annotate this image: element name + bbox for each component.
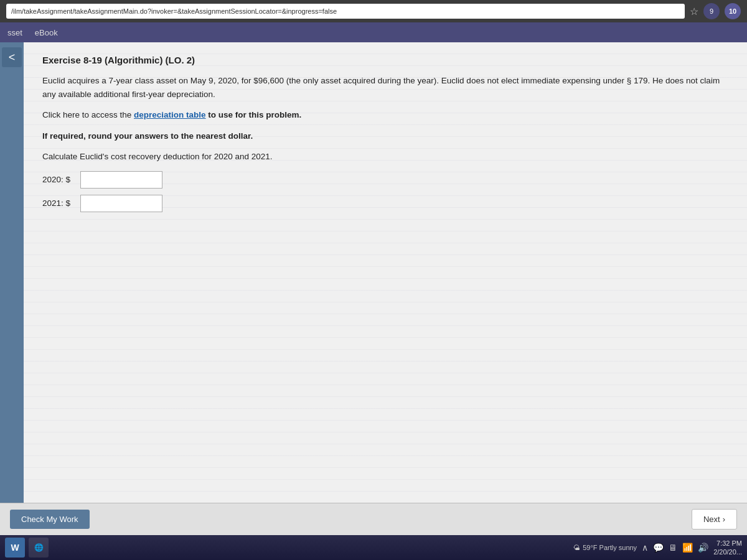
year2021-row: 2021: $ xyxy=(42,195,728,212)
taskbar-clock: 7:32 PM 2/20/20... xyxy=(713,539,742,557)
weather-text: 59°F Partly sunny xyxy=(583,544,637,551)
weather-icon: 🌤 xyxy=(573,544,580,551)
next-button[interactable]: Next › xyxy=(692,509,737,530)
taskbar-app[interactable]: 🌐 xyxy=(29,538,49,558)
problem-paragraph4: Calculate Euclid's cost recovery deducti… xyxy=(42,150,728,164)
main-layout: < Exercise 8-19 (Algorithmic) (LO. 2) Eu… xyxy=(0,42,747,535)
taskbar-network-icon: 📶 xyxy=(682,543,693,553)
star-icon[interactable]: ☆ xyxy=(690,6,698,17)
problem-paragraph1: Euclid acquires a 7-year class asset on … xyxy=(42,74,728,101)
taskbar-right: 🌤 59°F Partly sunny ∧ 💬 🖥 📶 🔊 7:32 PM 2/… xyxy=(573,539,742,557)
year2020-label: 2020: $ xyxy=(42,175,77,184)
nav-bar: sset eBook xyxy=(0,22,747,42)
year2021-input-wrapper xyxy=(80,195,162,212)
check-my-work-button[interactable]: Check My Work xyxy=(10,510,90,529)
year2021-label: 2021: $ xyxy=(42,198,77,208)
sidebar: < xyxy=(0,42,24,535)
taskbar-comment-icon: 💬 xyxy=(653,543,664,553)
browser-icons: ☆ 9 10 xyxy=(690,3,741,19)
depreciation-table-link[interactable]: depreciation table xyxy=(134,110,206,119)
next-icon: › xyxy=(723,515,725,524)
browser-badge: 9 xyxy=(703,3,720,19)
year2021-input[interactable] xyxy=(81,195,162,212)
paragraph2-suffix: to use for this problem. xyxy=(206,110,302,119)
taskbar-chevron-up-icon[interactable]: ∧ xyxy=(642,543,648,553)
footer-bar: Check My Work Next › xyxy=(0,503,747,535)
next-label: Next xyxy=(703,515,720,524)
address-bar[interactable]: /ilm/takeAssignment/takeAssignmentMain.d… xyxy=(6,4,685,19)
url-text: /ilm/takeAssignment/takeAssignmentMain.d… xyxy=(11,7,337,15)
problem-paragraph2: Click here to access the depreciation ta… xyxy=(42,108,728,122)
year2020-input-wrapper xyxy=(80,171,162,189)
browser-bar: /ilm/takeAssignment/takeAssignmentMain.d… xyxy=(0,0,747,22)
problem-paragraph3: If required, round your answers to the n… xyxy=(42,129,728,143)
taskbar: W 🌐 🌤 59°F Partly sunny ∧ 💬 🖥 📶 🔊 7:32 P… xyxy=(0,535,747,560)
browser-avatar: 10 xyxy=(725,3,741,19)
back-button[interactable]: < xyxy=(2,47,22,67)
year2020-row: 2020: $ xyxy=(42,171,728,189)
content-inner: Exercise 8-19 (Algorithmic) (LO. 2) Eucl… xyxy=(24,42,747,231)
nav-item-sset[interactable]: sset xyxy=(7,28,22,37)
nav-item-ebook[interactable]: eBook xyxy=(35,28,58,37)
taskbar-volume-icon[interactable]: 🔊 xyxy=(698,543,708,553)
start-button[interactable]: W xyxy=(5,538,25,558)
taskbar-weather: 🌤 59°F Partly sunny xyxy=(573,544,637,551)
taskbar-screen-icon: 🖥 xyxy=(669,543,677,553)
year2020-input[interactable] xyxy=(81,172,162,188)
paragraph2-prefix: Click here to access the xyxy=(42,110,134,119)
exercise-title: Exercise 8-19 (Algorithmic) (LO. 2) xyxy=(42,55,728,65)
content-area: Exercise 8-19 (Algorithmic) (LO. 2) Eucl… xyxy=(24,42,747,535)
